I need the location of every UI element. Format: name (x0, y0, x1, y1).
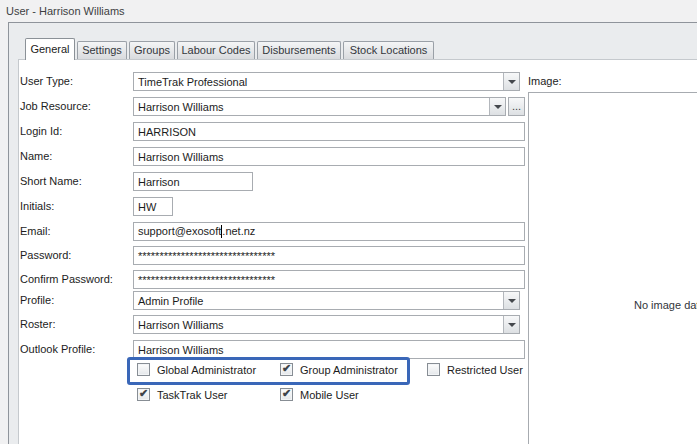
chevron-down-icon[interactable] (503, 73, 519, 90)
user-dialog: User - Harrison Williams General Setting… (0, 0, 697, 444)
initials-value: HW (134, 201, 172, 213)
image-panel-label: Image: (528, 75, 562, 87)
login-id-label: Login Id: (20, 125, 62, 137)
short-name-value: Harrison (134, 176, 252, 188)
group-administrator-label[interactable]: Group Administrator (300, 364, 398, 376)
email-field[interactable]: support@exosoft.net.nz (133, 222, 525, 241)
tab-groups[interactable]: Groups (129, 41, 175, 59)
outlook-profile-value: Harrison Williams (134, 344, 524, 356)
password-label: Password: (20, 249, 71, 261)
checkmark-icon: ✔ (139, 388, 148, 399)
chevron-down-icon[interactable] (489, 98, 505, 115)
restricted-user-label[interactable]: Restricted User (447, 364, 523, 376)
initials-label: Initials: (20, 200, 54, 212)
user-type-label: User Type: (20, 75, 73, 87)
no-image-text: No image data (634, 299, 697, 311)
password-field[interactable]: ******************************** (133, 246, 525, 265)
confirm-password-field[interactable]: ******************************** (133, 270, 525, 289)
short-name-field[interactable]: Harrison (133, 172, 253, 191)
name-label: Name: (20, 150, 52, 162)
checkmark-icon: ✔ (282, 363, 291, 374)
tab-general[interactable]: General (25, 38, 75, 60)
outlook-profile-field[interactable]: Harrison Williams (133, 340, 525, 359)
login-id-value: HARRISON (134, 126, 524, 138)
job-resource-value: Harrison Williams (134, 101, 489, 113)
user-type-value: TimeTrak Professional (134, 76, 503, 88)
tab-stock-locations[interactable]: Stock Locations (343, 41, 434, 59)
restricted-user-checkbox[interactable] (427, 363, 440, 376)
roster-label: Roster: (20, 318, 55, 330)
global-administrator-label[interactable]: Global Administrator (157, 364, 256, 376)
job-resource-browse-button[interactable]: ... (508, 97, 525, 116)
group-administrator-checkbox[interactable]: ✔ (280, 363, 293, 376)
short-name-label: Short Name: (20, 175, 82, 187)
password-value: ******************************** (134, 250, 524, 262)
chevron-down-icon[interactable] (503, 316, 519, 333)
tab-disbursements[interactable]: Disbursements (257, 41, 341, 59)
initials-field[interactable]: HW (133, 197, 173, 216)
checkmark-icon: ✔ (282, 388, 291, 399)
name-field[interactable]: Harrison Williams (133, 147, 525, 166)
tab-labour-codes[interactable]: Labour Codes (177, 41, 255, 59)
login-id-field[interactable]: HARRISON (133, 122, 525, 141)
job-resource-combo[interactable]: Harrison Williams (133, 97, 506, 116)
email-label: Email: (20, 225, 51, 237)
profile-combo[interactable]: Admin Profile (133, 291, 520, 310)
outlook-profile-label: Outlook Profile: (20, 343, 95, 355)
dialog-title: User - Harrison Williams (6, 5, 125, 17)
tasktrak-user-checkbox[interactable]: ✔ (137, 388, 150, 401)
tasktrak-user-label[interactable]: TaskTrak User (157, 389, 228, 401)
global-administrator-checkbox[interactable] (137, 363, 150, 376)
job-resource-label: Job Resource: (20, 100, 91, 112)
mobile-user-checkbox[interactable]: ✔ (280, 388, 293, 401)
email-value: support@exosoft.net.nz (134, 225, 524, 239)
roster-value: Harrison Williams (134, 319, 503, 331)
image-panel: No image data (528, 92, 697, 444)
name-value: Harrison Williams (134, 151, 524, 163)
profile-label: Profile: (20, 294, 54, 306)
user-type-combo[interactable]: TimeTrak Professional (133, 72, 520, 91)
confirm-password-value: ******************************** (134, 274, 524, 286)
profile-value: Admin Profile (134, 295, 503, 307)
confirm-password-label: Confirm Password: (20, 273, 113, 285)
chevron-down-icon[interactable] (503, 292, 519, 309)
tab-settings[interactable]: Settings (77, 41, 127, 59)
mobile-user-label[interactable]: Mobile User (300, 389, 359, 401)
roster-combo[interactable]: Harrison Williams (133, 315, 520, 334)
